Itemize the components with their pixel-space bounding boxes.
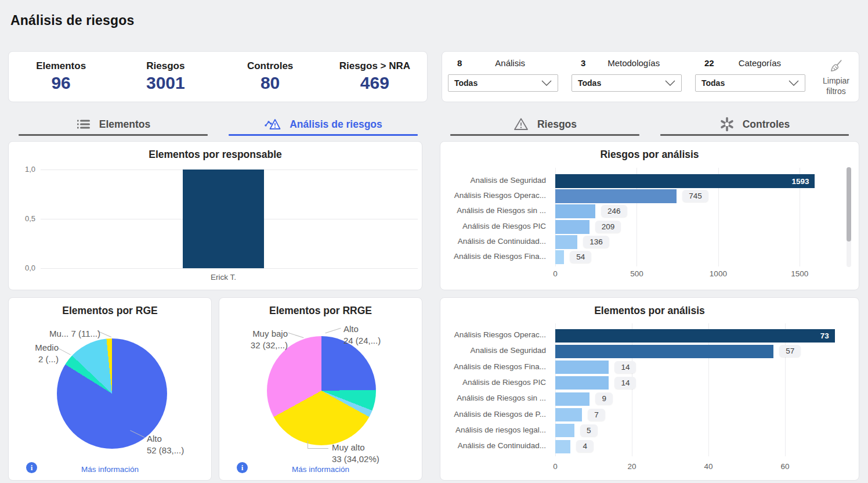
axis-tick-label: 0 (541, 269, 570, 278)
filter-header: 8 Análisis (448, 56, 558, 69)
bar[interactable]: 1593 (555, 174, 815, 188)
chart-title: Elementos por RRGE (219, 305, 422, 317)
bar[interactable] (555, 220, 589, 234)
bar[interactable] (555, 392, 589, 406)
bar-value-label: 73 (820, 331, 829, 340)
chevron-down-icon (789, 80, 799, 86)
label-connector (308, 441, 328, 449)
bar[interactable] (555, 235, 577, 249)
category-label: Erick T. (183, 273, 264, 282)
gridline (632, 323, 632, 456)
tab-analisis-de-riesgos[interactable]: Análisis de riesgos (218, 114, 428, 135)
filter-header: 3 Metodologías (572, 56, 682, 69)
category-label: Análisis de Riesgos Fina... (446, 252, 546, 261)
category-label: Análisis Riesgos Operac... (446, 330, 546, 339)
chart-alert-icon (264, 117, 281, 132)
chevron-down-icon (541, 80, 552, 86)
bar[interactable] (555, 345, 773, 358)
kpi-label: Controles (218, 60, 323, 72)
tab-label: Riesgos (537, 118, 577, 131)
axis-tick-label: 40 (694, 462, 723, 471)
axis-tick-label: 0,0 (16, 264, 35, 272)
axis-tick-label: 0 (541, 462, 570, 471)
pie-chart[interactable] (57, 338, 167, 449)
kpi-label: Riesgos > NRA (323, 60, 427, 72)
kpi-value: 469 (323, 73, 427, 93)
scrollbar-thumb[interactable] (847, 167, 851, 242)
tab-label: Controles (743, 118, 790, 131)
axis-tick-label: 1000 (704, 269, 733, 278)
kpi-value: 96 (9, 73, 113, 93)
bar-value-label: 4 (576, 440, 594, 452)
categorias-dropdown[interactable]: Todas (695, 74, 805, 92)
pie-slice-label-line: 33 (34,02%) (332, 453, 379, 465)
chart-title: Elementos por análisis (440, 305, 859, 317)
bar[interactable] (183, 170, 264, 268)
category-label: Análisis de Continuidad... (446, 237, 546, 246)
kpi-riesgos: Riesgos 3001 (113, 60, 218, 93)
kpi-label: Elementos (9, 60, 113, 72)
category-label: Análisis de Riesgos sin ... (446, 394, 546, 402)
chart-card-riesgos-por-analisis: Riesgos por análisis 050010001500Analisi… (440, 141, 859, 290)
category-label: Análisis de Riesgos PIC (446, 378, 546, 387)
pie-slice-label: Alto52 (83,...) (147, 433, 184, 456)
bar[interactable] (555, 408, 582, 421)
axis-tick-label: 1500 (785, 269, 814, 278)
pie-slice-label: Medio2 (...) (15, 342, 59, 365)
bar-value-label: 54 (570, 251, 591, 263)
pie-slice-label: Muy alto33 (34,02%) (332, 442, 379, 465)
kpi-elementos: Elementos 96 (9, 60, 113, 93)
category-label: Análisis de Riesgos de P... (446, 410, 546, 419)
warning-icon (513, 117, 529, 132)
kpi-card: Elementos 96 Riesgos 3001 Controles 80 R… (8, 51, 428, 102)
category-label: Análisis Riesgos Operac... (446, 191, 546, 200)
pie-chart[interactable] (267, 336, 376, 445)
gridline (785, 323, 786, 456)
more-info-link[interactable]: Más información (219, 465, 422, 474)
chart-title: Elementos por responsable (9, 149, 422, 161)
bar-value-label: 209 (595, 221, 621, 233)
bar-value-label: 136 (583, 236, 609, 248)
bar[interactable] (555, 440, 570, 453)
tab-riesgos[interactable]: Riesgos (440, 114, 650, 135)
bar-value-label: 9 (595, 392, 613, 405)
bar[interactable] (555, 204, 595, 218)
chevron-down-icon (665, 80, 675, 86)
dropdown-value: Todas (701, 78, 725, 88)
clear-filters-label: Limpiar filtros (823, 76, 849, 96)
kpi-controles: Controles 80 (218, 60, 323, 93)
more-info-link[interactable]: Más información (9, 465, 211, 474)
chart-card-elementos-por-rge: Elementos por RGE i Más información Alto… (8, 297, 212, 481)
kpi-riesgos-nra: Riesgos > NRA 469 (323, 60, 427, 93)
list-icon (76, 117, 91, 131)
bar-value-label: 246 (601, 205, 627, 217)
pie-slice-label-line: 32 (32,...) (226, 340, 288, 351)
tab-label: Elementos (99, 118, 151, 131)
chart-card-elementos-por-rrge: Elementos por RRGE i Más información Alt… (219, 297, 422, 481)
bar-value-label: 57 (779, 345, 801, 357)
filter-metodologias: 3 Metodologías Todas (572, 56, 682, 92)
tab-elementos[interactable]: Elementos (8, 114, 218, 135)
category-label: Análisis de Riesgos PIC (446, 222, 546, 230)
bar[interactable] (555, 376, 609, 390)
category-label: Análisis de riesgos legal... (446, 426, 546, 434)
tab-controles[interactable]: Controles (650, 114, 859, 135)
bar-value-label: 745 (682, 190, 708, 202)
bar[interactable] (555, 250, 564, 264)
bar[interactable] (555, 424, 574, 437)
axis-tick-label: 500 (622, 269, 651, 278)
gridline (41, 268, 418, 269)
pie-slice-label: Mu... 7 (11...) (23, 328, 100, 340)
pie-slice-label-line: Mu... 7 (11...) (23, 328, 100, 340)
clear-filters-button[interactable]: Limpiar filtros (818, 59, 854, 96)
bar[interactable] (555, 361, 609, 374)
bar[interactable] (555, 189, 677, 203)
bar-value-label: 5 (580, 424, 598, 437)
bar[interactable]: 73 (555, 329, 835, 343)
label-connector (288, 333, 304, 338)
metodologias-dropdown[interactable]: Todas (572, 74, 682, 92)
pie-slice-label: Alto24 (24,...) (343, 323, 381, 347)
analisis-dropdown[interactable]: Todas (448, 74, 558, 92)
category-label: Análisis de Riesgos Fina... (446, 362, 546, 371)
filter-categorias: 22 Categorías Todas (695, 56, 805, 92)
